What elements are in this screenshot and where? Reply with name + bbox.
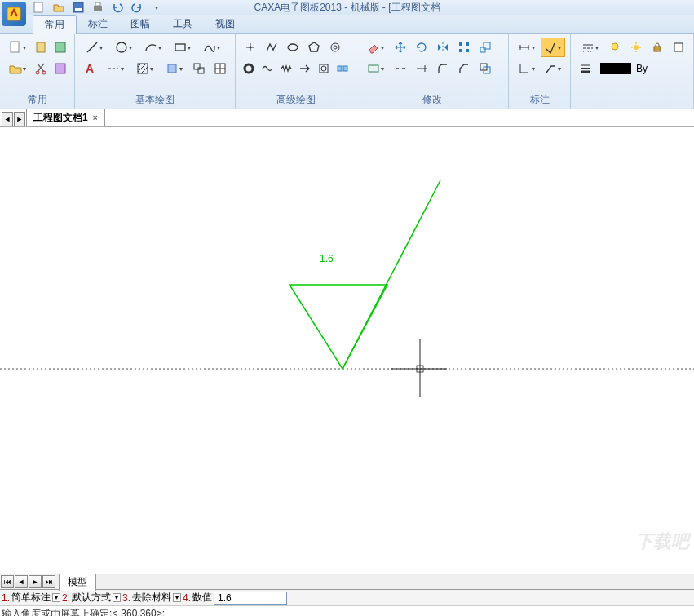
chevron-down-icon[interactable]: ▾ [52,593,60,602]
paste-button[interactable] [32,38,50,57]
value-input[interactable] [214,592,287,605]
donut-button[interactable] [241,59,258,78]
window-title: CAXA电子图板2013 - 机械版 - [工程图文档 [254,1,440,15]
layer-bulb-icon[interactable] [605,38,625,57]
arc-button[interactable]: ▾ [139,38,166,57]
table-button[interactable] [210,59,230,78]
erase-button[interactable]: ▾ [361,38,389,57]
app-icon[interactable] [2,2,26,26]
undo-icon[interactable] [111,1,124,14]
spline-button[interactable]: ▾ [197,38,225,57]
extend-button[interactable] [412,59,431,78]
option-default-mode[interactable]: 2. 默认方式 ▾ [62,591,121,605]
model-tab[interactable]: 模型 [59,573,96,591]
hole-button[interactable] [315,59,332,78]
chevron-down-icon[interactable]: ▾ [113,593,121,602]
ribbon-group-label-props [576,105,688,107]
model-tab-prev[interactable]: ◄ [15,575,28,588]
menu-tab-annotate[interactable]: 标注 [77,15,119,33]
svg-point-35 [321,66,326,71]
option-remove-material[interactable]: 3. 去除材料 ▾ [122,591,181,605]
layer-color-icon[interactable] [669,38,688,57]
roughness-value: 1.6 [320,253,334,264]
coord-button[interactable]: ▾ [514,59,539,78]
chevron-down-icon[interactable]: ▾ [173,593,181,602]
print-icon[interactable] [91,1,104,14]
svg-point-33 [245,64,253,73]
roughness-button[interactable]: ▾ [541,38,566,57]
command-prompt: 输入角度或由屏幕上确定:<-360,360>: [2,607,165,617]
mirror-button[interactable] [433,38,453,57]
menu-tab-tools[interactable]: 工具 [161,15,204,33]
option-value: 4. 数值 [183,591,287,605]
zigzag-button[interactable] [278,59,295,78]
break-button[interactable] [391,59,410,78]
cut-button[interactable] [32,59,50,78]
move-button[interactable] [391,38,410,57]
close-icon[interactable]: × [93,113,98,122]
redo-icon[interactable] [130,1,144,14]
point-button[interactable] [241,38,260,57]
arrow-button[interactable] [296,59,313,78]
model-tab-last[interactable]: ⏭ [42,575,55,588]
svg-rect-68 [674,43,683,51]
svg-point-13 [117,42,126,52]
polyline-button[interactable] [262,38,281,57]
svg-rect-41 [466,42,469,46]
ellipse-button[interactable] [283,38,303,57]
model-tab-first[interactable]: ⏮ [1,575,14,588]
option-simple-annotate[interactable]: 1. 简单标注 ▾ [2,591,60,605]
trim-button[interactable]: ▾ [361,59,389,78]
model-tab-next[interactable]: ► [29,575,42,588]
fillet-button[interactable] [433,59,453,78]
region-button[interactable] [189,59,209,78]
block-button[interactable]: ▾ [160,59,188,78]
ribbon: ▾ ▾ 常用 ▾ ▾ ▾ ▾ ▾ A ▾ ▾ [0,34,694,109]
properties-button[interactable] [51,38,69,57]
svg-rect-36 [338,66,342,71]
circle-button[interactable]: ▾ [109,38,137,57]
document-tab[interactable]: 工程图文档1 × [26,109,105,126]
dimension-button[interactable]: ▾ [514,38,539,57]
svg-rect-6 [11,42,19,52]
hatch-button[interactable]: ▾ [130,59,158,78]
drawing-canvas[interactable]: 1.6 下载吧 [0,127,694,574]
svg-line-18 [138,64,146,72]
svg-rect-21 [194,64,200,69]
polygon-button[interactable] [304,38,324,57]
doc-tab-prev[interactable]: ◄ [2,112,13,126]
new-icon[interactable] [33,1,46,14]
linetype-button[interactable]: ▾ [576,38,603,57]
menu-tab-common[interactable]: 常用 [33,15,77,34]
ribbon-group-common: ▾ ▾ 常用 [0,34,75,109]
ribbon-group-props: ▾ By [571,34,694,109]
qat-dropdown-icon[interactable]: ▾ [150,1,163,14]
save-icon[interactable] [72,1,85,14]
rotate-button[interactable] [412,38,431,57]
scale-button[interactable] [475,38,495,57]
ribbon-group-annotate: ▾ ▾ ▾ ▾ 标注 [509,34,571,109]
symbol-button[interactable] [334,59,351,78]
offset-button[interactable] [475,59,495,78]
line-button[interactable]: ▾ [80,38,108,57]
open-file-button[interactable]: ▾ [5,59,30,78]
lineweight-icon[interactable] [576,59,595,78]
layer-sun-icon[interactable] [626,38,646,57]
wave-button[interactable] [259,59,276,78]
rect-button[interactable]: ▾ [168,38,196,57]
menu-tab-view[interactable]: 视图 [204,15,246,33]
command-line[interactable]: 输入角度或由屏幕上确定:<-360,360>: [0,606,694,616]
new-file-button[interactable]: ▾ [5,38,30,57]
text-button[interactable]: A [80,59,99,78]
centerline-button[interactable]: ▾ [101,59,129,78]
doc-tab-next[interactable]: ► [14,112,25,126]
open-icon[interactable] [52,1,65,14]
gear-button[interactable] [325,38,345,57]
layer-lock-icon[interactable] [648,38,667,57]
leader-button[interactable]: ▾ [541,59,566,78]
bylayer-swatch[interactable] [600,63,631,74]
chamfer-button[interactable] [454,59,474,78]
match-button[interactable] [51,59,69,78]
menu-tab-sheet[interactable]: 图幅 [119,15,161,33]
array-button[interactable] [454,38,474,57]
